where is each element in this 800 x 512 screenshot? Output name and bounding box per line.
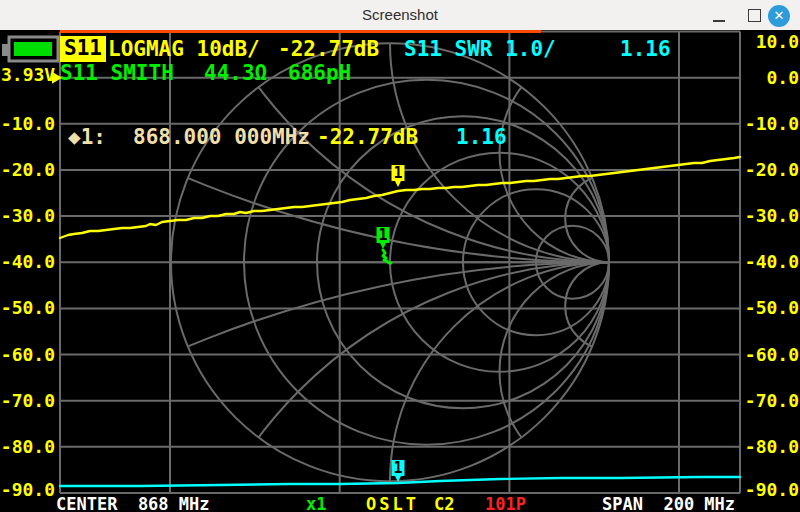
window-title: Screenshot — [0, 0, 800, 30]
status-sweep-points: 101P — [485, 496, 526, 512]
battery-voltage: 3.93V — [1, 66, 55, 84]
svg-text:1: 1 — [393, 164, 402, 182]
window-titlebar: Screenshot ✕ — [0, 0, 800, 31]
trace2-label: S11 SWR 1.0/ — [404, 39, 556, 60]
status-calibration: OSLT — [366, 496, 419, 512]
trace3-resistance-value: 44.3Ω — [204, 63, 267, 84]
axis-label-right: -70.0 — [744, 392, 799, 410]
marker-frequency: 868.000 000MHz — [133, 127, 310, 148]
axis-label-left: -90.0 — [0, 481, 55, 499]
axis-label-right: -50.0 — [744, 299, 799, 317]
axis-label-left: -70.0 — [0, 392, 55, 410]
trace2-value: 1.16 — [620, 39, 671, 60]
axis-label-right: -40.0 — [744, 253, 799, 271]
vna-screen: 111 S11 LOGMAG 10dB/ -22.77dB S11 SWR 1.… — [0, 30, 800, 512]
vna-plot-canvas: 111 — [0, 30, 800, 512]
trace3-reactance-value: 686pH — [288, 63, 351, 84]
axis-label-left: -60.0 — [0, 346, 55, 364]
marker-flag: 1 — [377, 226, 390, 249]
marker-id: ◆1: — [68, 127, 106, 148]
status-span: SPAN 200 MHz — [602, 496, 735, 512]
axis-label-left: -20.0 — [0, 161, 55, 179]
trace3-label: S11 SMITH — [60, 63, 174, 84]
axis-label-right: -90.0 — [744, 481, 799, 499]
axis-label-right: -80.0 — [744, 438, 799, 456]
status-cal-slot: C2 — [434, 496, 454, 512]
marker-flag: 1 — [392, 164, 405, 187]
axis-label-right: -30.0 — [744, 207, 799, 225]
axis-label-right: 0.0 — [744, 69, 799, 87]
axis-label-left: -30.0 — [0, 207, 55, 225]
marker-flag: 1 — [392, 459, 405, 482]
status-center-frequency: CENTER 868 MHz — [56, 496, 210, 512]
trace1-value: -22.77dB — [278, 39, 379, 60]
marker-logmag-value: -22.77dB — [317, 127, 418, 148]
marker-swr-value: 1.16 — [456, 127, 507, 148]
screenshot-window: Screenshot ✕ 111 S11 LOGMAG 10dB/ -22.77… — [0, 0, 800, 512]
axis-label-left: -80.0 — [0, 438, 55, 456]
axis-label-right: -10.0 — [744, 115, 799, 133]
axis-label-left: -50.0 — [0, 299, 55, 317]
axis-label-right: -60.0 — [744, 346, 799, 364]
axis-label-left: -10.0 — [0, 115, 55, 133]
axis-label-right: -20.0 — [744, 161, 799, 179]
trace1-format-label: LOGMAG 10dB/ — [108, 39, 260, 60]
channel-badge: S11 — [60, 36, 106, 62]
svg-text:1: 1 — [378, 226, 387, 244]
minimize-button[interactable] — [707, 0, 733, 30]
status-multiplier: x1 — [306, 496, 326, 512]
battery-icon — [2, 37, 58, 61]
close-button[interactable]: ✕ — [768, 5, 790, 27]
axis-label-left: -40.0 — [0, 253, 55, 271]
axis-label-right: 10.0 — [744, 33, 799, 51]
svg-text:1: 1 — [393, 459, 402, 477]
maximize-button[interactable] — [742, 0, 768, 30]
